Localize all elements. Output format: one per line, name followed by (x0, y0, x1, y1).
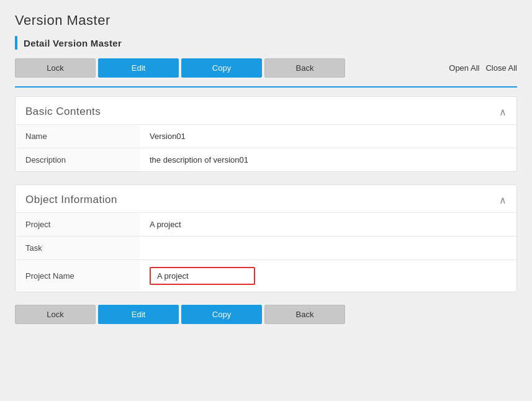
project-name-input[interactable] (150, 267, 255, 285)
top-divider (15, 86, 517, 88)
field-label-project-name: Project Name (16, 260, 140, 292)
basic-contents-table: Name Version01 Description the descripti… (16, 125, 516, 171)
field-label-description: Description (16, 148, 140, 172)
copy-button[interactable]: Copy (181, 58, 262, 78)
lock-button[interactable]: Lock (15, 58, 96, 78)
blue-accent-bar (15, 36, 17, 50)
back-button[interactable]: Back (264, 58, 345, 78)
section-header-bar: Detail Version Master (15, 36, 517, 50)
object-information-header: Object Information ∧ (16, 185, 516, 213)
table-row: Task (16, 237, 516, 260)
object-information-table: Project A project Task Project Name (16, 213, 516, 292)
bottom-edit-button[interactable]: Edit (98, 305, 179, 324)
field-label-task: Task (16, 237, 140, 260)
table-row: Project A project (16, 213, 516, 237)
object-information-title: Object Information (25, 194, 117, 206)
bottom-lock-button[interactable]: Lock (15, 305, 96, 324)
page-title: Version Master (15, 12, 517, 29)
field-value-name: Version01 (140, 125, 516, 148)
field-value-project-name (140, 260, 516, 292)
bottom-copy-button[interactable]: Copy (181, 305, 262, 324)
bottom-back-button[interactable]: Back (264, 305, 345, 324)
field-value-project: A project (140, 213, 516, 237)
object-information-card: Object Information ∧ Project A project T… (15, 184, 517, 292)
table-row: Description the description of version01 (16, 148, 516, 172)
basic-contents-header: Basic Contents ∧ (16, 97, 516, 125)
basic-contents-title: Basic Contents (25, 106, 101, 118)
field-label-project: Project (16, 213, 140, 237)
field-value-task (140, 237, 516, 260)
field-label-name: Name (16, 125, 140, 148)
edit-button[interactable]: Edit (98, 58, 179, 78)
table-row: Name Version01 (16, 125, 516, 148)
object-information-collapse-icon[interactable]: ∧ (499, 194, 507, 206)
page-container: Version Master Detail Version Master Loc… (0, 0, 532, 401)
toolbar-right: Open All Close All (449, 63, 517, 73)
bottom-toolbar: Lock Edit Copy Back (15, 305, 517, 324)
open-all-link[interactable]: Open All (449, 63, 479, 73)
top-toolbar: Lock Edit Copy Back Open All Close All (15, 58, 517, 78)
section-subtitle: Detail Version Master (24, 38, 122, 48)
table-row: Project Name (16, 260, 516, 292)
basic-contents-card: Basic Contents ∧ Name Version01 Descript… (15, 96, 517, 172)
close-all-link[interactable]: Close All (485, 63, 517, 73)
field-value-description: the description of version01 (140, 148, 516, 172)
basic-contents-collapse-icon[interactable]: ∧ (499, 106, 507, 118)
